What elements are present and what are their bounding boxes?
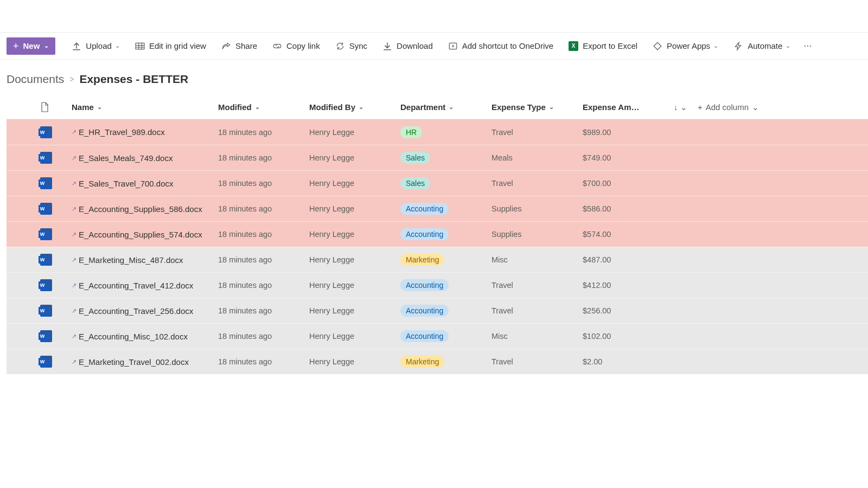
upload-button[interactable]: Upload ⌄	[65, 38, 126, 54]
grid-icon	[135, 41, 145, 51]
file-name-cell[interactable]: ↗ E_Accounting_Supplies_574.docx	[72, 230, 218, 239]
chevron-down-icon: ⌄	[786, 42, 790, 49]
shared-indicator-icon: ↗	[72, 282, 76, 289]
edit-grid-label: Edit in grid view	[149, 41, 206, 50]
sync-label: Sync	[349, 41, 367, 50]
table-row[interactable]: ↗ E_Accounting_Travel_412.docx 18 minute…	[7, 272, 868, 298]
file-name-cell[interactable]: ↗ E_Sales_Meals_749.docx	[72, 153, 218, 163]
word-doc-icon	[40, 356, 72, 368]
table-row[interactable]: ↗ E_Accounting_Supplies_586.docx 18 minu…	[7, 196, 868, 221]
word-doc-icon	[40, 203, 72, 215]
table-row[interactable]: ↗ E_Sales_Travel_700.docx 18 minutes ago…	[7, 170, 868, 196]
table-row[interactable]: ↗ E_HR_Travel_989.docx 18 minutes ago He…	[7, 119, 868, 145]
export-excel-button[interactable]: X Export to Excel	[562, 38, 644, 54]
table-row[interactable]: ↗ E_Accounting_Supplies_574.docx 18 minu…	[7, 221, 868, 247]
modified-cell: 18 minutes ago	[218, 357, 309, 366]
file-name-cell[interactable]: ↗ E_Marketing_Misc_487.docx	[72, 255, 218, 265]
shared-indicator-icon: ↗	[72, 231, 76, 238]
link-icon	[272, 41, 282, 51]
file-name-cell[interactable]: ↗ E_Accounting_Travel_412.docx	[72, 281, 218, 290]
arrow-down-icon: ↓	[674, 102, 678, 112]
sort-indicator[interactable]: ↓⌄	[674, 102, 698, 112]
modified-cell: 18 minutes ago	[218, 281, 309, 290]
department-cell: Sales	[400, 177, 492, 189]
column-header-expense-amount[interactable]: Expense Am…	[583, 102, 674, 112]
modified-by-cell: Henry Legge	[309, 255, 400, 264]
copy-link-button[interactable]: Copy link	[266, 38, 327, 54]
chevron-down-icon: ⌄	[449, 104, 454, 111]
file-name: E_Sales_Travel_700.docx	[79, 179, 174, 188]
file-type-column-icon[interactable]	[40, 102, 49, 113]
column-header-name[interactable]: Name⌄	[72, 102, 218, 112]
department-pill: Marketing	[400, 254, 444, 266]
department-pill: HR	[400, 126, 422, 138]
department-pill: Accounting	[400, 203, 449, 215]
file-name-cell[interactable]: ↗ E_Accounting_Supplies_586.docx	[72, 204, 218, 214]
department-cell: Marketing	[400, 356, 492, 368]
excel-icon: X	[569, 41, 578, 51]
more-commands-button[interactable]: ···	[799, 40, 816, 52]
table-row[interactable]: ↗ E_Accounting_Misc_102.docx 18 minutes …	[7, 323, 868, 349]
file-name-cell[interactable]: ↗ E_HR_Travel_989.docx	[72, 127, 218, 137]
department-pill: Accounting	[400, 279, 449, 291]
upload-label: Upload	[86, 41, 112, 50]
modified-by-cell: Henry Legge	[309, 281, 400, 290]
modified-by-cell: Henry Legge	[309, 332, 400, 341]
modified-cell: 18 minutes ago	[218, 179, 309, 188]
department-pill: Accounting	[400, 330, 449, 342]
shared-indicator-icon: ↗	[72, 180, 76, 187]
expense-amount-cell: $749.00	[583, 153, 674, 162]
automate-label: Automate	[748, 41, 782, 50]
word-doc-icon	[40, 126, 72, 138]
column-header-row: Name⌄ Modified⌄ Modified By⌄ Department⌄…	[7, 95, 868, 119]
word-doc-icon	[40, 305, 72, 317]
modified-cell: 18 minutes ago	[218, 255, 309, 264]
file-name: E_Marketing_Misc_487.docx	[79, 255, 183, 265]
automate-button[interactable]: Automate ⌄	[727, 38, 797, 54]
download-button[interactable]: Download	[376, 38, 439, 54]
column-header-expense-type[interactable]: Expense Type⌄	[492, 102, 583, 112]
edit-grid-button[interactable]: Edit in grid view	[129, 38, 213, 54]
file-name-cell[interactable]: ↗ E_Sales_Travel_700.docx	[72, 179, 218, 188]
table-row[interactable]: ↗ E_Sales_Meals_749.docx 18 minutes ago …	[7, 145, 868, 170]
modified-by-cell: Henry Legge	[309, 204, 400, 213]
export-excel-label: Export to Excel	[583, 41, 637, 50]
file-name-cell[interactable]: ↗ E_Accounting_Travel_256.docx	[72, 306, 218, 316]
chevron-down-icon: ⌄	[255, 104, 260, 111]
document-list: Name⌄ Modified⌄ Modified By⌄ Department⌄…	[0, 95, 868, 374]
table-row[interactable]: ↗ E_Marketing_Misc_487.docx 18 minutes a…	[7, 247, 868, 272]
column-header-modified[interactable]: Modified⌄	[218, 102, 309, 112]
chevron-down-icon: ⌄	[549, 104, 554, 111]
shared-indicator-icon: ↗	[72, 307, 76, 314]
download-label: Download	[397, 41, 433, 50]
modified-cell: 18 minutes ago	[218, 332, 309, 341]
file-name-cell[interactable]: ↗ E_Accounting_Misc_102.docx	[72, 332, 218, 341]
add-shortcut-button[interactable]: Add shortcut to OneDrive	[442, 38, 560, 54]
power-apps-button[interactable]: Power Apps ⌄	[646, 38, 725, 54]
column-header-department[interactable]: Department⌄	[400, 102, 492, 112]
table-row[interactable]: ↗ E_Marketing_Travel_002.docx 18 minutes…	[7, 349, 868, 374]
download-icon	[382, 41, 392, 51]
column-header-modified-by[interactable]: Modified By⌄	[309, 102, 400, 112]
breadcrumb-parent[interactable]: Documents	[7, 73, 64, 86]
breadcrumb: Documents > Expenses - BETTER	[0, 60, 868, 95]
expense-amount-cell: $2.00	[583, 357, 674, 366]
department-pill: Accounting	[400, 228, 449, 240]
new-button[interactable]: + New ⌄	[7, 37, 55, 55]
add-column-button[interactable]: + Add column ⌄	[698, 102, 784, 112]
share-button[interactable]: Share	[215, 38, 264, 54]
copy-link-label: Copy link	[286, 41, 320, 50]
expense-type-cell: Misc	[492, 332, 583, 341]
shared-indicator-icon: ↗	[72, 129, 76, 136]
file-name-cell[interactable]: ↗ E_Marketing_Travel_002.docx	[72, 357, 218, 367]
expense-amount-cell: $700.00	[583, 179, 674, 188]
expense-type-cell: Meals	[492, 153, 583, 162]
department-pill: Accounting	[400, 305, 449, 317]
sync-button[interactable]: Sync	[329, 38, 374, 54]
expense-type-cell: Travel	[492, 281, 583, 290]
modified-cell: 18 minutes ago	[218, 230, 309, 239]
word-doc-icon	[40, 279, 72, 291]
upload-icon	[72, 41, 81, 51]
table-row[interactable]: ↗ E_Accounting_Travel_256.docx 18 minute…	[7, 298, 868, 323]
shared-indicator-icon: ↗	[72, 256, 76, 264]
